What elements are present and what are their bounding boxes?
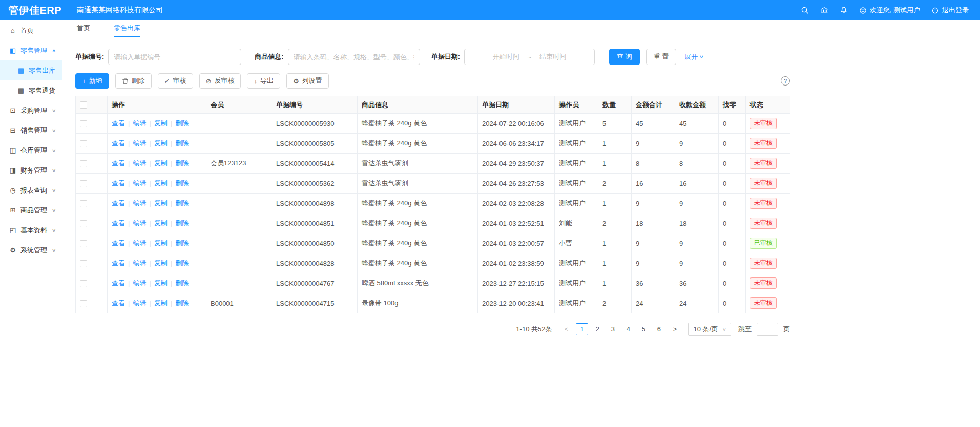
row-action-view[interactable]: 查看 [112, 179, 125, 187]
row-action-delete[interactable]: 删除 [175, 239, 189, 247]
search-icon[interactable] [801, 6, 809, 14]
row-checkbox[interactable] [80, 280, 87, 287]
row-action-edit[interactable]: 编辑 [133, 199, 146, 207]
page-number-6[interactable]: 6 [653, 323, 665, 335]
sidebar-item-warehouse[interactable]: ◫ 仓库管理 ∨ [0, 140, 62, 160]
sidebar-item-retail-outbound[interactable]: ▤ 零售出库 [0, 60, 62, 80]
cell-received: 9 [675, 194, 719, 214]
sidebar-item-goods[interactable]: ⊞ 商品管理 ∨ [0, 200, 62, 220]
row-action-edit[interactable]: 编辑 [133, 139, 146, 147]
row-action-delete[interactable]: 删除 [175, 159, 189, 167]
row-action-view[interactable]: 查看 [112, 119, 125, 127]
row-action-view[interactable]: 查看 [112, 159, 125, 167]
delete-button[interactable]: 删除 [115, 73, 152, 89]
row-action-delete[interactable]: 删除 [175, 179, 189, 187]
export-button[interactable]: ↓ 导出 [247, 73, 280, 89]
page-number-1[interactable]: 1 [576, 323, 588, 335]
smiley-icon [859, 7, 867, 14]
expand-link[interactable]: 展开 ∨ [684, 52, 703, 61]
main-content: 首页 零售出库 单据编号: 商品信息: 单据日期: 开始时间 ~ 结束时间 查 … [63, 20, 980, 427]
bill-no-input[interactable] [108, 49, 241, 65]
sidebar-item-retail[interactable]: ◧ 零售管理 ∧ [0, 40, 62, 60]
row-checkbox[interactable] [80, 120, 87, 127]
row-action-view[interactable]: 查看 [112, 199, 125, 207]
sidebar-item-purchase[interactable]: ⊡ 采购管理 ∨ [0, 100, 62, 120]
row-action-delete[interactable]: 删除 [175, 299, 189, 307]
page-number-2[interactable]: 2 [591, 323, 603, 335]
tab-home[interactable]: 首页 [77, 20, 90, 37]
row-action-delete[interactable]: 删除 [175, 119, 189, 127]
row-action-edit[interactable]: 编辑 [133, 119, 146, 127]
page-number-3[interactable]: 3 [607, 323, 619, 335]
prev-page-button[interactable]: < [560, 326, 572, 333]
next-page-button[interactable]: > [669, 326, 681, 333]
row-checkbox[interactable] [80, 260, 87, 267]
sidebar-item-basic-data[interactable]: ◰ 基本资料 ∨ [0, 220, 62, 240]
row-checkbox[interactable] [80, 160, 87, 167]
row-action-edit[interactable]: 编辑 [133, 259, 146, 267]
date-range-input[interactable]: 开始时间 ~ 结束时间 [464, 49, 595, 65]
row-action-copy[interactable]: 复制 [154, 199, 168, 207]
audit-button[interactable]: ✓ 审核 [158, 73, 193, 89]
sidebar-item-finance[interactable]: ◨ 财务管理 ∨ [0, 160, 62, 180]
row-action-edit[interactable]: 编辑 [133, 299, 146, 307]
row-action-view[interactable]: 查看 [112, 139, 125, 147]
sidebar-item-sales[interactable]: ⊟ 销售管理 ∨ [0, 120, 62, 140]
row-action-view[interactable]: 查看 [112, 219, 125, 227]
column-settings-button[interactable]: ⚙ 列设置 [286, 73, 329, 89]
logout-button[interactable]: 退出登录 [931, 6, 969, 15]
row-checkbox[interactable] [80, 200, 87, 207]
row-action-view[interactable]: 查看 [112, 259, 125, 267]
row-action-copy[interactable]: 复制 [154, 219, 168, 227]
row-action-edit[interactable]: 编辑 [133, 219, 146, 227]
ban-icon: ⊘ [206, 78, 212, 84]
row-action-edit[interactable]: 编辑 [133, 159, 146, 167]
bell-icon[interactable] [840, 6, 848, 14]
row-action-copy[interactable]: 复制 [154, 259, 168, 267]
welcome-user[interactable]: 欢迎您, 测试用户 [859, 6, 920, 15]
product-info-input[interactable] [288, 49, 420, 65]
page-size-select[interactable]: 10 条/页 ∨ [688, 323, 731, 336]
row-checkbox[interactable] [80, 220, 87, 227]
row-checkbox[interactable] [80, 300, 87, 307]
sidebar-item-retail-return[interactable]: ▤ 零售退货 [0, 80, 62, 100]
sidebar-item-system[interactable]: ⚙ 系统管理 ∨ [0, 240, 62, 260]
row-action-copy[interactable]: 复制 [154, 299, 168, 307]
row-action-copy[interactable]: 复制 [154, 139, 168, 147]
row-action-delete[interactable]: 删除 [175, 279, 189, 287]
row-action-view[interactable]: 查看 [112, 279, 125, 287]
row-action-copy[interactable]: 复制 [154, 159, 168, 167]
row-action-view[interactable]: 查看 [112, 239, 125, 247]
action-divider: | [128, 279, 130, 287]
row-action-delete[interactable]: 删除 [175, 139, 189, 147]
row-checkbox[interactable] [80, 240, 87, 247]
reset-button[interactable]: 重 置 [646, 49, 677, 65]
row-action-delete[interactable]: 删除 [175, 219, 189, 227]
jump-input[interactable] [757, 323, 778, 336]
row-action-delete[interactable]: 删除 [175, 259, 189, 267]
unaudit-button[interactable]: ⊘ 反审核 [199, 73, 241, 89]
sidebar-item-home[interactable]: ⌂ 首页 [0, 20, 62, 40]
jump-suffix: 页 [783, 325, 790, 334]
page-number-5[interactable]: 5 [637, 323, 650, 335]
search-button[interactable]: 查 询 [609, 49, 640, 65]
tab-retail-outbound[interactable]: 零售出库 [114, 20, 140, 37]
row-action-copy[interactable]: 复制 [154, 179, 168, 187]
row-action-copy[interactable]: 复制 [154, 239, 168, 247]
row-action-copy[interactable]: 复制 [154, 119, 168, 127]
row-action-edit[interactable]: 编辑 [133, 239, 146, 247]
cell-change: 0 [719, 174, 746, 194]
bank-icon[interactable] [820, 6, 828, 14]
help-icon[interactable]: ? [781, 76, 790, 86]
sidebar-item-reports[interactable]: ◷ 报表查询 ∨ [0, 180, 62, 200]
row-action-delete[interactable]: 删除 [175, 199, 189, 207]
select-all-checkbox[interactable] [80, 101, 87, 109]
page-number-4[interactable]: 4 [622, 323, 634, 335]
add-button[interactable]: + 新增 [75, 73, 109, 89]
row-checkbox[interactable] [80, 140, 87, 147]
row-action-edit[interactable]: 编辑 [133, 279, 146, 287]
row-action-copy[interactable]: 复制 [154, 279, 168, 287]
row-action-view[interactable]: 查看 [112, 299, 125, 307]
row-checkbox[interactable] [80, 180, 87, 187]
row-action-edit[interactable]: 编辑 [133, 179, 146, 187]
